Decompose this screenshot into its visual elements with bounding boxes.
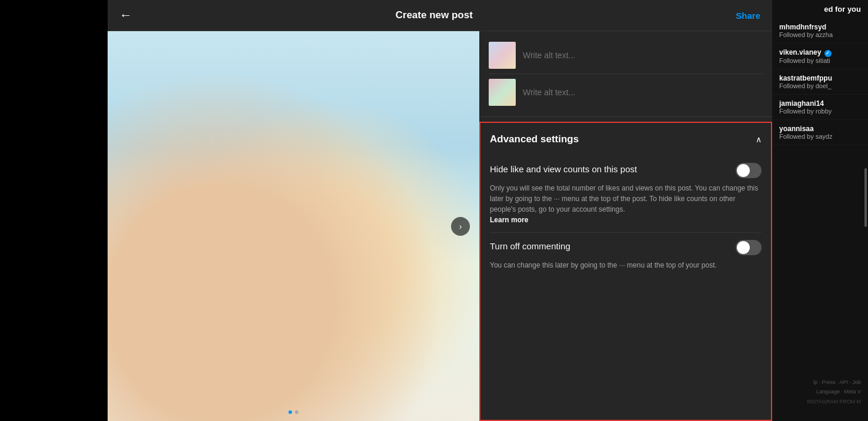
right-panel: Advanced settings ∧ Hide like and view c… [479, 31, 772, 421]
modal-body: › Advanced settin [108, 31, 772, 421]
modal-title: Create new post [395, 9, 472, 21]
advanced-settings-header[interactable]: Advanced settings ∧ [480, 123, 771, 156]
next-image-button[interactable]: › [451, 217, 470, 236]
username-4: jamiaghani14 [779, 99, 861, 108]
collapse-icon: ∧ [756, 135, 762, 144]
turn-off-commenting-description: You can change this later by going to th… [490, 260, 762, 270]
turn-off-commenting-toggle[interactable] [736, 240, 762, 255]
left-panel [0, 0, 108, 421]
turn-off-commenting-setting: Turn off commenting You can change this … [490, 233, 762, 278]
create-post-modal: ← Create new post Share › [108, 0, 772, 421]
alt-text-input-1[interactable] [523, 51, 763, 60]
thumbnail-2 [489, 79, 516, 106]
footer-brand: INSTAGRAM FROM M [779, 399, 861, 405]
username-5: yoannisaa [779, 125, 861, 133]
username-3: kastratbemfppu [779, 74, 861, 82]
footer-links: lp · Press · API · Job [779, 377, 861, 387]
hide-likes-setting: Hide like and view counts on this post O… [490, 156, 762, 233]
suggested-user-1[interactable]: mhmdhnfrsyd Followed by azzha [772, 18, 868, 44]
image-panel: › [108, 31, 479, 421]
hide-likes-label: Hide like and view counts on this post [490, 163, 729, 175]
advanced-settings-title: Advanced settings [490, 133, 579, 145]
alt-text-section [479, 31, 772, 117]
suggested-user-4[interactable]: jamiaghani14 Followed by robby [772, 95, 868, 120]
turn-off-commenting-label: Turn off commenting [490, 240, 729, 252]
scrollbar[interactable] [864, 168, 867, 227]
right-sidebar: ed for you mhmdhnfrsyd Followed by azzha… [772, 0, 868, 421]
alt-text-item-1 [489, 37, 763, 74]
hide-likes-header: Hide like and view counts on this post [490, 163, 762, 178]
alt-text-input-2[interactable] [523, 88, 763, 97]
hide-likes-toggle[interactable] [736, 163, 762, 178]
alt-text-item-2 [489, 74, 763, 111]
suggested-user-2[interactable]: viken.vianey ✓ Followed by sitiati [772, 44, 868, 69]
sub-4: Followed by robby [779, 108, 861, 115]
verified-badge-2: ✓ [824, 50, 832, 57]
sub-1: Followed by azzha [779, 31, 861, 38]
footer-links-2: Language · Meta V [779, 387, 861, 396]
sub-5: Followed by saydz [779, 133, 861, 140]
advanced-settings-panel: Advanced settings ∧ Hide like and view c… [479, 122, 772, 421]
post-image [108, 31, 479, 421]
sub-2: Followed by sitiati [779, 57, 861, 64]
modal-header: ← Create new post Share [108, 0, 772, 31]
back-button[interactable]: ← [119, 8, 132, 23]
dot-2 [295, 410, 299, 414]
username-1: mhmdhnfrsyd [779, 23, 861, 31]
suggested-user-3[interactable]: kastratbemfppu Followed by doel_ [772, 69, 868, 95]
toggle-thumb-1 [737, 164, 750, 177]
suggested-user-5[interactable]: yoannisaa Followed by saydz [772, 120, 868, 145]
dot-1 [289, 410, 292, 414]
username-2: viken.vianey ✓ [779, 48, 861, 57]
sidebar-section-title: ed for you [772, 0, 868, 18]
thumbnail-1 [489, 42, 516, 69]
hide-likes-description: Only you will see the total number of li… [490, 183, 762, 225]
turn-off-commenting-header: Turn off commenting [490, 240, 762, 255]
sidebar-footer: lp · Press · API · Job Language · Meta V… [772, 373, 868, 409]
share-button[interactable]: Share [736, 11, 760, 21]
sub-3: Followed by doel_ [779, 82, 861, 89]
toggle-thumb-2 [737, 241, 750, 254]
learn-more-link[interactable]: Learn more [490, 216, 528, 224]
image-dots [289, 410, 299, 414]
baby-background [108, 31, 479, 421]
advanced-settings-content: Hide like and view counts on this post O… [480, 156, 771, 287]
